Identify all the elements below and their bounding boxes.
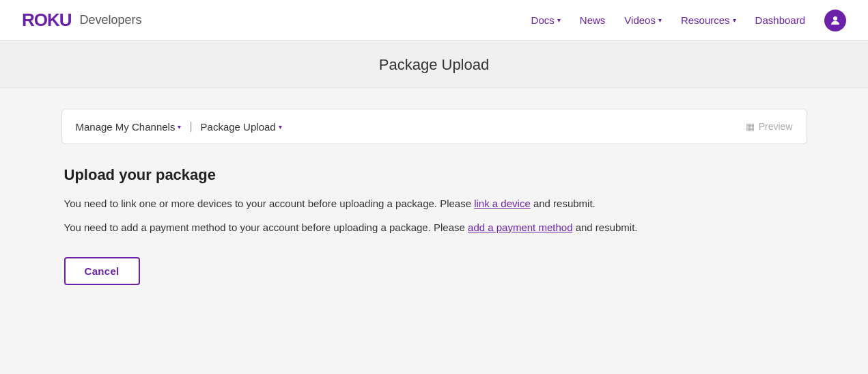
cancel-button[interactable]: Cancel — [64, 257, 140, 285]
site-name: Developers — [80, 13, 142, 27]
breadcrumb-manage-channels[interactable]: Manage My Channels ▾ — [76, 121, 182, 133]
upload-message-2: You need to add a payment method to your… — [64, 220, 804, 236]
navbar: ROKU Developers Docs ▾ News Videos ▾ Res… — [0, 0, 868, 41]
breadcrumb-separator: | — [189, 120, 192, 133]
nav-resources[interactable]: Resources ▾ — [681, 14, 736, 26]
chevron-down-icon: ▾ — [557, 16, 561, 24]
chevron-down-icon: ▾ — [178, 123, 181, 131]
page-header: Package Upload — [0, 41, 868, 88]
nav-dashboard[interactable]: Dashboard — [755, 14, 805, 26]
preview-button[interactable]: ▦ Preview — [746, 121, 793, 132]
svg-point-0 — [833, 16, 837, 21]
main-content: Manage My Channels ▾ | Package Upload ▾ … — [45, 109, 824, 285]
navbar-right: Docs ▾ News Videos ▾ Resources ▾ Dashboa… — [531, 10, 846, 31]
upload-message-1: You need to link one or more devices to … — [64, 196, 804, 212]
navbar-left: ROKU Developers — [22, 10, 142, 31]
add-payment-method-link[interactable]: add a payment method — [468, 222, 572, 233]
breadcrumb-left: Manage My Channels ▾ | Package Upload ▾ — [76, 120, 282, 133]
breadcrumb-bar: Manage My Channels ▾ | Package Upload ▾ … — [61, 109, 807, 144]
page-title: Package Upload — [0, 56, 868, 74]
user-avatar[interactable] — [824, 10, 846, 31]
nav-news[interactable]: News — [580, 14, 606, 26]
chevron-down-icon: ▾ — [733, 16, 736, 24]
upload-title: Upload your package — [64, 166, 804, 184]
upload-section: Upload your package You need to link one… — [61, 166, 807, 285]
breadcrumb-package-upload[interactable]: Package Upload ▾ — [201, 121, 282, 133]
nav-videos[interactable]: Videos ▾ — [624, 14, 662, 26]
chevron-down-icon: ▾ — [658, 16, 662, 24]
chevron-down-icon: ▾ — [279, 123, 282, 131]
roku-logo[interactable]: ROKU Developers — [22, 10, 142, 31]
link-a-device[interactable]: link a device — [474, 198, 531, 209]
nav-docs[interactable]: Docs ▾ — [531, 14, 561, 26]
roku-wordmark: ROKU — [22, 10, 72, 31]
preview-icon: ▦ — [746, 121, 755, 132]
